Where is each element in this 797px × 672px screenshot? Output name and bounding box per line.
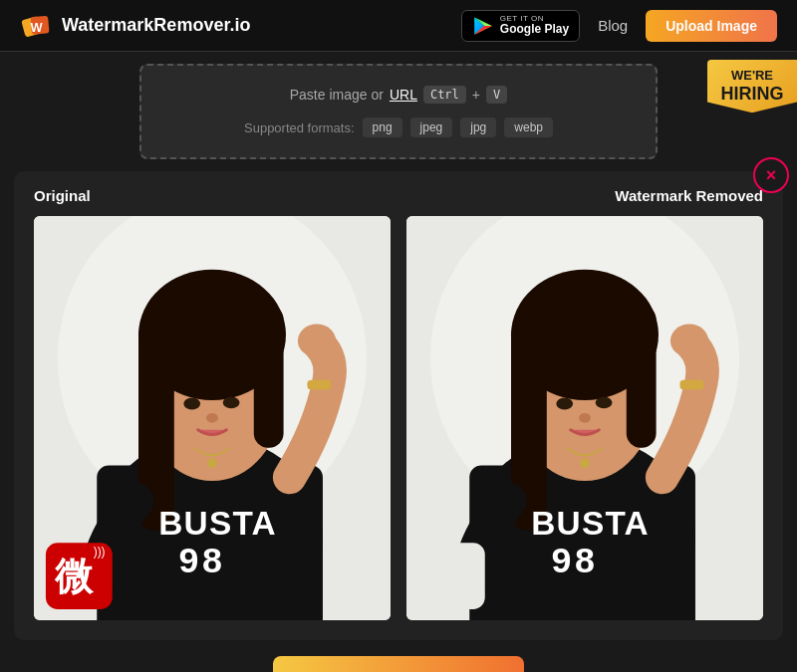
logo-icon: W bbox=[20, 10, 52, 42]
logo-text: WatermarkRemover.io bbox=[62, 15, 250, 36]
google-play-badge[interactable]: GET IT ON Google Play bbox=[461, 10, 580, 42]
format-webp: webp bbox=[504, 117, 553, 137]
hiring-text: HIRING bbox=[713, 84, 791, 106]
svg-text:BUSTA: BUSTA bbox=[158, 505, 277, 542]
svg-point-41 bbox=[670, 325, 708, 357]
svg-point-19 bbox=[206, 413, 218, 423]
hiring-we-text: WE'RE bbox=[713, 68, 791, 84]
logo-area: W WatermarkRemover.io bbox=[20, 10, 250, 42]
google-play-text: GET IT ON Google Play bbox=[500, 15, 569, 37]
svg-point-23 bbox=[207, 458, 217, 468]
svg-point-17 bbox=[183, 398, 200, 410]
close-icon: × bbox=[766, 165, 777, 186]
format-jpg: jpg bbox=[460, 117, 496, 137]
svg-point-40 bbox=[579, 413, 591, 423]
paste-row: Paste image or URL Ctrl + V bbox=[161, 86, 636, 104]
url-link[interactable]: URL bbox=[390, 87, 417, 103]
paste-text: Paste image or bbox=[290, 87, 384, 103]
svg-text:))): ))) bbox=[94, 545, 106, 559]
svg-point-16 bbox=[143, 276, 281, 375]
upload-image-button[interactable]: Upload Image bbox=[646, 10, 777, 42]
removed-image-panel: BUSTA 98 bbox=[406, 216, 763, 620]
removed-label: Watermark Removed bbox=[615, 187, 763, 204]
svg-point-44 bbox=[580, 458, 590, 468]
svg-text:微: 微 bbox=[54, 556, 95, 597]
original-label: Original bbox=[34, 187, 91, 204]
blog-link[interactable]: Blog bbox=[598, 17, 628, 34]
svg-rect-24 bbox=[307, 380, 331, 390]
v-key-badge: V bbox=[486, 86, 507, 104]
svg-rect-46 bbox=[418, 543, 485, 609]
hiring-badge[interactable]: WE'RE HIRING bbox=[707, 60, 797, 112]
formats-row: Supported formats: png jpeg jpg webp bbox=[161, 117, 636, 137]
download-button[interactable]: Download Image bbox=[273, 656, 523, 672]
header: W WatermarkRemover.io bbox=[0, 0, 797, 52]
images-row: BUSTA 98 微 ))) bbox=[34, 216, 763, 620]
svg-point-20 bbox=[298, 325, 336, 357]
gp-name-label: Google Play bbox=[500, 23, 569, 36]
format-jpeg: jpeg bbox=[410, 117, 453, 137]
svg-point-18 bbox=[223, 396, 240, 408]
svg-point-39 bbox=[596, 396, 613, 408]
svg-rect-45 bbox=[679, 380, 703, 390]
svg-text:W: W bbox=[30, 19, 43, 34]
ctrl-key-badge: Ctrl bbox=[423, 86, 466, 104]
formats-label: Supported formats: bbox=[244, 120, 355, 135]
header-right: GET IT ON Google Play Blog Upload Image bbox=[461, 10, 777, 42]
comparison-header: Original Watermark Removed bbox=[34, 187, 763, 204]
svg-point-37 bbox=[516, 276, 654, 375]
svg-text:BUSTA: BUSTA bbox=[531, 505, 650, 542]
download-area: Download Image bbox=[0, 656, 797, 672]
comparison-container: × Original Watermark Removed bbox=[14, 171, 783, 640]
svg-text:98: 98 bbox=[552, 541, 599, 580]
format-png: png bbox=[363, 117, 402, 137]
close-button[interactable]: × bbox=[753, 157, 789, 193]
svg-text:98: 98 bbox=[179, 541, 226, 580]
original-image: BUSTA 98 微 ))) bbox=[34, 216, 391, 620]
original-image-panel: BUSTA 98 微 ))) bbox=[34, 216, 391, 620]
svg-point-38 bbox=[556, 398, 573, 410]
plus-separator: + bbox=[472, 87, 480, 103]
upload-area[interactable]: Paste image or URL Ctrl + V Supported fo… bbox=[139, 64, 658, 159]
removed-image: BUSTA 98 bbox=[406, 216, 763, 620]
google-play-icon bbox=[472, 15, 494, 37]
